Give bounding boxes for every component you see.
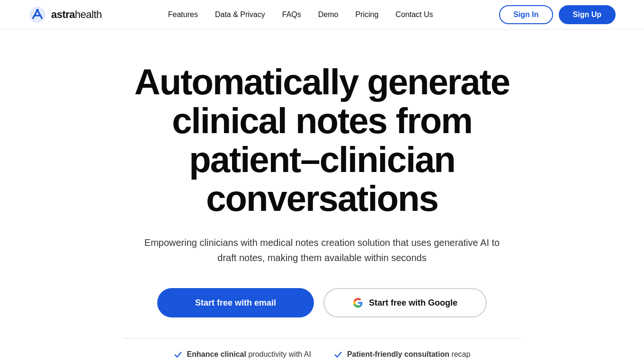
top-divider xyxy=(123,338,521,339)
google-button-label: Start free with Google xyxy=(369,298,457,308)
hero-subtitle: Empowering clinicians with medical notes… xyxy=(137,235,507,265)
nav-item-pricing[interactable]: Pricing xyxy=(355,10,378,19)
hero-section: Automatically generate clinical notes fr… xyxy=(0,29,644,362)
feature-bold-enhance: Enhance clinical xyxy=(187,350,246,358)
logo-text: astrahealth xyxy=(51,9,102,21)
nav-item-faqs[interactable]: FAQs xyxy=(282,10,301,19)
feature-bold-patient: Patient-friendly consultation xyxy=(347,350,449,358)
hero-buttons: Start free with email Start free with Go… xyxy=(157,288,487,317)
signin-button[interactable]: Sign In xyxy=(499,5,553,24)
signup-button[interactable]: Sign Up xyxy=(559,5,616,24)
nav-item-demo[interactable]: Demo xyxy=(318,10,339,19)
feature-rest-enhance: productivity with AI xyxy=(248,350,311,358)
navbar: astrahealth Features Data & Privacy FAQs… xyxy=(0,0,644,29)
check-icon-enhance xyxy=(174,350,182,359)
start-google-button[interactable]: Start free with Google xyxy=(323,288,487,317)
nav-links: Features Data & Privacy FAQs Demo Pricin… xyxy=(168,10,433,19)
start-email-button[interactable]: Start free with email xyxy=(157,288,314,317)
hero-title: Automatically generate clinical notes fr… xyxy=(109,63,535,218)
google-icon xyxy=(353,298,363,308)
nav-item-data-privacy[interactable]: Data & Privacy xyxy=(215,10,265,19)
logo[interactable]: astrahealth xyxy=(28,6,102,24)
feature-item-enhance: Enhance clinical productivity with AI xyxy=(174,350,311,359)
nav-item-contact[interactable]: Contact Us xyxy=(395,10,433,19)
feature-label-patient: Patient-friendly consultation recap xyxy=(347,350,471,359)
feature-label-enhance: Enhance clinical productivity with AI xyxy=(187,350,311,359)
logo-icon xyxy=(28,6,46,24)
feature-item-patient: Patient-friendly consultation recap xyxy=(334,350,471,359)
check-icon-patient xyxy=(334,350,342,359)
feature-checks: Enhance clinical productivity with AI Pa… xyxy=(174,350,471,359)
feature-rest-patient: recap xyxy=(451,350,470,358)
nav-actions: Sign In Sign Up xyxy=(499,5,616,24)
nav-item-features[interactable]: Features xyxy=(168,10,198,19)
svg-point-1 xyxy=(36,9,39,11)
